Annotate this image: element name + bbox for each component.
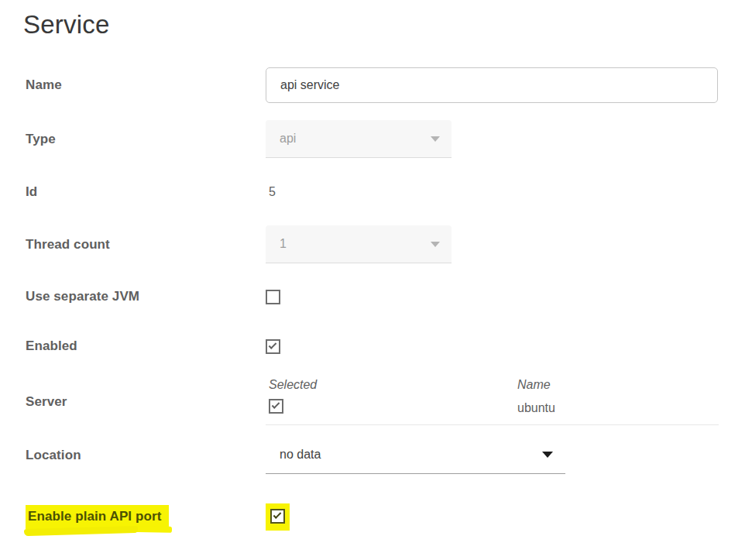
- form-row-server: Server Selected Name ubuntu: [23, 378, 752, 425]
- form-row-id: Id 5: [23, 182, 752, 201]
- thread-count-label: Thread count: [23, 237, 266, 253]
- server-column-selected: Selected: [266, 378, 517, 392]
- form-row-enable-plain-api-port: Enable plain API port: [23, 501, 752, 532]
- location-label: Location: [23, 448, 266, 463]
- type-select: api: [266, 120, 452, 158]
- form-row-use-separate-jvm: Use separate JVM: [23, 289, 752, 304]
- server-column-name: Name: [517, 378, 551, 392]
- enabled-checkbox[interactable]: [266, 339, 280, 354]
- name-label: Name: [23, 77, 266, 93]
- form-row-name: Name: [23, 67, 752, 103]
- chevron-down-icon: [431, 136, 440, 142]
- use-separate-jvm-checkbox[interactable]: [266, 290, 280, 304]
- chevron-down-icon: [542, 452, 553, 458]
- form-row-location: Location no data: [23, 436, 752, 474]
- chevron-down-icon: [431, 242, 440, 247]
- check-icon: [272, 400, 280, 409]
- type-label: Type: [23, 132, 266, 147]
- thread-count-select-value: 1: [280, 237, 287, 251]
- check-icon: [273, 510, 282, 519]
- form-row-enabled: Enabled: [23, 338, 752, 354]
- form-row-thread-count: Thread count 1: [23, 225, 752, 263]
- server-selected-checkbox[interactable]: [269, 399, 283, 414]
- server-table-row: ubuntu: [266, 399, 719, 425]
- page-title: Service: [23, 8, 752, 42]
- server-table: Selected Name ubuntu: [266, 378, 719, 425]
- location-select[interactable]: no data: [266, 436, 565, 474]
- id-label: Id: [23, 184, 266, 200]
- server-table-header: Selected Name: [266, 378, 719, 392]
- enable-plain-api-port-label-wrap: Enable plain API port: [23, 505, 266, 529]
- server-label: Server: [23, 394, 266, 410]
- type-select-value: api: [280, 132, 296, 146]
- thread-count-select: 1: [266, 225, 452, 263]
- enable-plain-api-port-label: Enable plain API port: [26, 505, 169, 529]
- enable-plain-api-port-checkbox[interactable]: [270, 509, 285, 524]
- name-input[interactable]: [266, 67, 718, 103]
- enable-plain-api-port-highlight: [266, 503, 290, 531]
- server-name-cell: ubuntu: [517, 401, 555, 415]
- use-separate-jvm-label: Use separate JVM: [23, 289, 266, 304]
- location-select-value: no data: [280, 448, 321, 462]
- form-row-type: Type api: [23, 120, 752, 158]
- id-value: 5: [266, 185, 276, 199]
- service-form-page: Service Name Type api Id 5 Thread count …: [0, 0, 752, 560]
- check-icon: [269, 341, 277, 349]
- enabled-label: Enabled: [23, 338, 266, 354]
